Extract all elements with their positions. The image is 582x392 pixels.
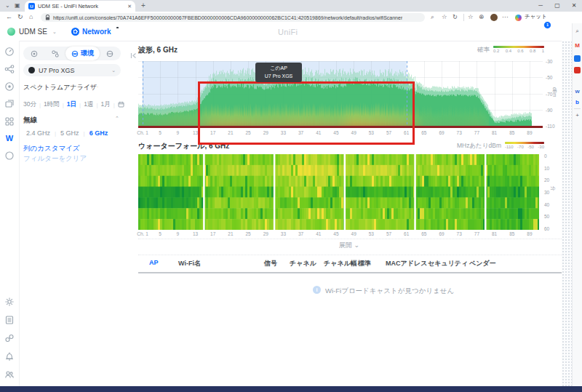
axis-label: 33 bbox=[274, 231, 292, 236]
axis-label: -90 bbox=[546, 108, 552, 113]
axis-label: 81 bbox=[486, 130, 503, 135]
network-app-tab[interactable]: Network bbox=[82, 23, 111, 41]
table-column-header-5[interactable]: 標準 bbox=[358, 259, 371, 268]
axis-label: 69 bbox=[433, 231, 450, 236]
calendar-icon[interactable] bbox=[118, 101, 124, 109]
gmail-icon[interactable]: M bbox=[574, 42, 581, 49]
tab-close-icon[interactable]: ✕ bbox=[127, 4, 132, 9]
team-icon[interactable] bbox=[4, 369, 15, 380]
profile-avatar[interactable] bbox=[490, 14, 498, 21]
time-range-1mo[interactable]: 1月 bbox=[100, 100, 110, 109]
radio-icon[interactable] bbox=[4, 81, 15, 92]
table-column-header-7[interactable]: セキュリティ bbox=[428, 259, 468, 268]
tab-environment[interactable]: 環境 bbox=[65, 47, 100, 60]
console-name[interactable]: UDM SE bbox=[19, 23, 47, 41]
table-column-header-3[interactable]: チャネル bbox=[290, 259, 316, 268]
tab-overview-icon[interactable]: ▣ bbox=[15, 0, 20, 12]
divider bbox=[574, 108, 581, 109]
tab-globe[interactable] bbox=[100, 47, 121, 60]
minimize-button[interactable]: ─ bbox=[533, 0, 549, 11]
sidebar-search-icon[interactable]: ⌕ bbox=[574, 28, 581, 34]
axis-label: 40 bbox=[544, 202, 549, 207]
alarm-icon[interactable] bbox=[4, 351, 15, 361]
gauge-icon[interactable] bbox=[4, 47, 15, 57]
tab-list-chevron-icon[interactable]: ⌄ bbox=[5, 0, 10, 12]
journal-icon[interactable] bbox=[4, 315, 15, 325]
expand-toggle[interactable]: 展開 ⌄ bbox=[291, 241, 407, 250]
band-6g[interactable]: 6 GHz bbox=[89, 129, 108, 137]
ap-device-selector[interactable]: U7 Pro XGS ⌄ bbox=[23, 64, 121, 76]
clear-filters-link[interactable]: フィルターをクリア bbox=[23, 154, 87, 164]
axis-label: 89 bbox=[521, 130, 538, 135]
wireless-collapse-chevron-icon[interactable]: ⌃ bbox=[115, 116, 119, 121]
tab-radar[interactable] bbox=[23, 47, 44, 60]
waterfall-canvas[interactable] bbox=[138, 154, 539, 230]
axis-label: 77 bbox=[468, 231, 485, 236]
time-range-1w[interactable]: 1週 bbox=[84, 100, 93, 109]
axis-label: 49 bbox=[345, 231, 362, 236]
band-5g[interactable]: 5 GHz bbox=[60, 129, 79, 137]
add-sidebar-item-icon[interactable]: + bbox=[574, 112, 581, 119]
grid-icon[interactable] bbox=[4, 116, 15, 127]
browser-menu-icon[interactable]: ⋯ bbox=[502, 12, 509, 22]
topology-icon[interactable] bbox=[4, 64, 15, 74]
panel-collapse-icon[interactable] bbox=[130, 49, 137, 62]
tab-title: UDM SE - UniFi Network bbox=[38, 3, 124, 9]
time-range-30m[interactable]: 30分 bbox=[23, 100, 36, 109]
time-range-1h[interactable]: 1時間 bbox=[44, 100, 60, 109]
table-column-header-6[interactable]: MACアドレス bbox=[386, 259, 427, 268]
waterfall-y-axis-unit: 分 bbox=[549, 186, 556, 191]
band-2g[interactable]: 2.4 GHz bbox=[26, 129, 50, 137]
waveform-title: 波形, 6 GHz bbox=[138, 45, 178, 55]
ap-tooltip: このAP U7 Pro XGS bbox=[255, 63, 302, 82]
link-icon[interactable] bbox=[4, 333, 15, 343]
favorites-bar-icon[interactable]: ☆ bbox=[468, 12, 474, 22]
table-column-header-1[interactable]: Wi-Fi名 bbox=[178, 259, 201, 268]
wifiman-icon[interactable]: W bbox=[4, 133, 15, 143]
axis-label: 60 bbox=[544, 226, 549, 231]
time-range-1d[interactable]: 1日 bbox=[67, 100, 76, 109]
table-column-header-8[interactable]: ベンダー bbox=[469, 259, 496, 268]
customize-columns-link[interactable]: 列のカスタマイズ bbox=[23, 144, 80, 153]
wikipedia-icon[interactable]: w bbox=[574, 88, 581, 95]
search-page-icon[interactable]: ⌕ bbox=[431, 12, 434, 22]
browser-tab[interactable]: U UDM SE - UniFi Network ✕ bbox=[25, 1, 135, 12]
url-field[interactable]: https://unifi.ui.com/consoles/70A741A6EF… bbox=[41, 13, 425, 22]
table-header-underline bbox=[138, 272, 562, 273]
edge-sidebar bbox=[572, 23, 582, 386]
favorite-star-icon[interactable]: ☆ bbox=[442, 12, 447, 22]
network-app-icon bbox=[71, 28, 79, 36]
bing-icon[interactable]: b bbox=[574, 99, 581, 105]
home-icon[interactable]: ⌂ bbox=[29, 12, 33, 23]
red-app-icon[interactable] bbox=[574, 67, 581, 73]
maximize-button[interactable]: ▢ bbox=[549, 0, 565, 11]
history-icon[interactable]: ↻ bbox=[453, 12, 458, 22]
new-tab-icon[interactable]: + bbox=[141, 0, 146, 12]
device-dot-icon bbox=[28, 67, 35, 73]
gear-icon[interactable] bbox=[4, 297, 15, 307]
table-column-header-2[interactable]: 信号 bbox=[264, 259, 277, 268]
tab-topology[interactable] bbox=[44, 47, 65, 60]
collections-icon[interactable]: ⊕ bbox=[479, 12, 484, 22]
ring-icon[interactable] bbox=[4, 151, 15, 161]
close-button[interactable]: ✕ bbox=[566, 0, 582, 11]
time-range-group: 30分| 1時間| 1日| 1週| 1月| bbox=[23, 100, 125, 109]
axis-label: 17 bbox=[204, 231, 222, 236]
wireless-section-label: 無線 bbox=[23, 116, 37, 125]
dbm-legend-label: MHzあたりdBm bbox=[457, 142, 501, 151]
axis-label: Ch. 1 bbox=[134, 231, 151, 236]
band-group: 2.4 GHz| 5 GHz| 6 GHz bbox=[26, 129, 121, 137]
copilot-icon[interactable] bbox=[515, 15, 522, 21]
table-column-header-4[interactable]: チャネル幅 bbox=[324, 259, 357, 268]
probability-legend-label: 確率 bbox=[477, 46, 490, 55]
back-icon[interactable]: ← bbox=[6, 12, 12, 23]
console-chevron-icon[interactable]: ⌄ bbox=[52, 23, 57, 41]
calendar-app-icon[interactable] bbox=[574, 55, 581, 62]
chat-button[interactable]: チャット bbox=[525, 12, 547, 22]
table-column-header-0[interactable]: AP bbox=[149, 259, 159, 266]
axis-label: 65 bbox=[415, 231, 433, 236]
devices-icon[interactable] bbox=[4, 99, 15, 109]
reload-icon[interactable]: ↻ bbox=[17, 12, 23, 23]
axis-label: 53 bbox=[362, 231, 380, 236]
axis-label: 29 bbox=[257, 231, 274, 236]
